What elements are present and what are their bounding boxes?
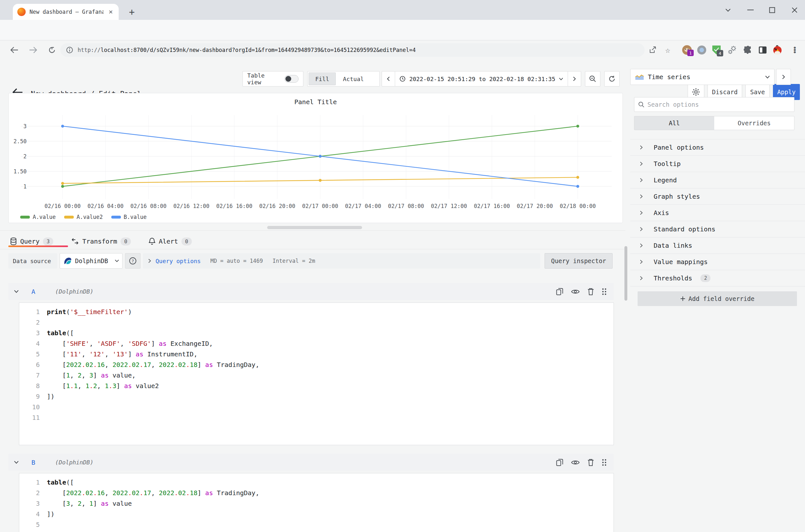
time-range-picker[interactable]: 2022-02-15 20:51:29 to 2022-02-18 02:31:…	[395, 71, 568, 87]
time-series-panel[interactable]: Panel Title02/16 00:0002/16 04:0002/16 0…	[8, 93, 623, 223]
tab-transform[interactable]: Transform0	[71, 234, 131, 249]
section-legend[interactable]: Legend	[630, 172, 805, 188]
options-search-input[interactable]	[647, 101, 790, 108]
toggle-visibility-eye-icon[interactable]	[571, 288, 580, 295]
filter-all-tab[interactable]: All	[634, 116, 714, 130]
code-line[interactable]: 2	[19, 317, 614, 327]
code-line[interactable]: 1table([	[19, 477, 614, 488]
code-editor-B[interactable]: 1table([2 [2022.02.16, 2022.02.17, 2022.…	[19, 473, 614, 532]
code-line[interactable]: 4 ['SHFE', 'ASDF', 'SDFG'] as ExchangeID…	[19, 338, 614, 349]
code-line[interactable]: 5 ['11', '12', '13'] as InstrumentID,	[19, 349, 614, 359]
query-inspector-button[interactable]: Query inspector	[545, 253, 612, 269]
options-filter-tabs: All Overrides	[634, 116, 794, 130]
code-line[interactable]: 6 [2022.02.16, 2022.02.17, 2022.02.18] a…	[19, 359, 614, 370]
section-thresholds[interactable]: Thresholds2	[630, 270, 805, 286]
new-tab-button[interactable]: +	[126, 6, 138, 18]
duplicate-query-icon[interactable]	[556, 459, 563, 466]
section-standard-options[interactable]: Standard options	[630, 221, 805, 238]
data-source-picker[interactable]: DolphinDB	[60, 253, 123, 269]
actual-option[interactable]: Actual	[336, 72, 370, 85]
duplicate-query-icon[interactable]	[556, 288, 563, 296]
section-axis[interactable]: Axis	[630, 205, 805, 221]
code-line[interactable]: 8 [1.1, 1.2, 1.3] as value2	[19, 380, 614, 391]
add-field-override-button[interactable]: Add field override	[638, 291, 797, 306]
options-search[interactable]	[634, 97, 794, 112]
code-line[interactable]: 1print('$__timeFilter')	[19, 306, 614, 317]
time-range-forward-button[interactable]	[568, 71, 581, 87]
visualization-picker[interactable]: Time series	[630, 69, 774, 85]
fill-option[interactable]: Fill	[309, 72, 336, 85]
section-tooltip[interactable]: Tooltip	[630, 156, 805, 172]
code-line[interactable]: 7 [1, 2, 3] as value,	[19, 370, 614, 380]
pane-splitter	[0, 230, 625, 231]
code-text: [2022.02.16, 2022.02.17, 2022.02.18] as …	[47, 361, 259, 368]
options-pane-collapse-button[interactable]	[776, 69, 791, 85]
legend-item-b.value[interactable]: B.value	[111, 214, 147, 220]
refresh-button[interactable]	[604, 71, 620, 87]
tab-search-icon[interactable]	[718, 0, 738, 20]
drag-handle-icon[interactable]	[602, 459, 607, 466]
query-options-bar[interactable]: Query options MD = auto = 1469 Interval …	[143, 253, 540, 269]
line-number: 2	[19, 489, 40, 497]
content-scrollbar[interactable]	[624, 246, 627, 301]
delete-query-trash-icon[interactable]	[588, 288, 594, 296]
legend-label: A.value2	[77, 214, 103, 220]
toggle-visibility-eye-icon[interactable]	[571, 459, 580, 466]
section-value-mappings[interactable]: Value mappings	[630, 254, 805, 270]
table-view-switch[interactable]	[285, 75, 298, 83]
tab-label: Query	[20, 238, 39, 245]
code-line[interactable]: 5	[19, 519, 614, 530]
svg-text:02/17 16:00: 02/17 16:00	[474, 203, 510, 209]
line-number: 11	[19, 414, 40, 421]
legend-label: A.value	[33, 214, 56, 220]
data-source-help-button[interactable]: ?	[125, 253, 141, 269]
window-maximize-button[interactable]	[762, 0, 782, 20]
code-text: ['SHFE', 'ASDF', 'SDFG'] as ExchangeID,	[47, 340, 213, 347]
section-data-links[interactable]: Data links	[630, 238, 805, 254]
code-line[interactable]: 6	[19, 530, 614, 532]
table-view-toggle-group: Table view	[242, 71, 304, 87]
code-line[interactable]: 3table([	[19, 327, 614, 338]
browser-tab[interactable]: New dashboard – Grafana ×	[13, 4, 119, 20]
code-line[interactable]: 2 [2022.02.16, 2022.02.17, 2022.02.18] a…	[19, 488, 614, 498]
query-row-header-A[interactable]: A (DolphinDB)	[8, 283, 614, 300]
window-close-button[interactable]	[785, 0, 804, 20]
time-zoom-out-button[interactable]	[585, 71, 600, 87]
delete-query-trash-icon[interactable]	[588, 459, 594, 466]
chevron-right-icon	[640, 194, 643, 199]
query-row-header-B[interactable]: B (DolphinDB)	[8, 454, 614, 471]
panel-resize-handle[interactable]	[267, 226, 362, 229]
time-range-text: 2022-02-15 20:51:29 to 2022-02-18 02:31:…	[409, 76, 555, 82]
code-line[interactable]: 9])	[19, 391, 614, 402]
svg-text:02/18 00:00: 02/18 00:00	[560, 203, 596, 209]
filter-overrides-tab[interactable]: Overrides	[714, 116, 794, 130]
legend-item-a.value[interactable]: A.value	[20, 214, 56, 220]
code-text: [2022.02.16, 2022.02.17, 2022.02.18] as …	[47, 489, 259, 497]
tab-close-icon[interactable]: ×	[107, 8, 114, 16]
code-line[interactable]: 4])	[19, 509, 614, 519]
chevron-right-icon	[640, 178, 643, 182]
collapse-chevron-icon[interactable]	[14, 461, 19, 464]
section-panel-options[interactable]: Panel options	[630, 139, 805, 156]
collapse-chevron-icon[interactable]	[14, 290, 19, 293]
code-editor-A[interactable]: 1print('$__timeFilter')23table([4 ['SHFE…	[19, 303, 614, 445]
chevron-right-icon	[782, 74, 785, 79]
code-line[interactable]: 3 [3, 2, 1] as value	[19, 498, 614, 509]
code-line[interactable]: 11	[19, 412, 614, 423]
code-line[interactable]: 10	[19, 402, 614, 412]
drag-handle-icon[interactable]	[602, 288, 607, 296]
section-label: Axis	[654, 209, 669, 217]
window-minimize-button[interactable]	[741, 0, 760, 20]
clock-icon	[400, 76, 405, 82]
time-range-back-button[interactable]	[382, 71, 395, 87]
tabs-bottom-border	[0, 249, 625, 249]
svg-text:02/16 00:00: 02/16 00:00	[44, 203, 81, 209]
tab-alert[interactable]: Alert0	[149, 234, 192, 249]
section-graph-styles[interactable]: Graph styles	[630, 188, 805, 205]
svg-text:02/17 08:00: 02/17 08:00	[388, 203, 424, 209]
code-text: table([	[47, 329, 74, 337]
plus-icon	[680, 296, 685, 301]
query-options-link[interactable]: Query options	[155, 258, 201, 264]
legend-item-a.value2[interactable]: A.value2	[64, 214, 103, 220]
line-number: 5	[19, 521, 40, 529]
